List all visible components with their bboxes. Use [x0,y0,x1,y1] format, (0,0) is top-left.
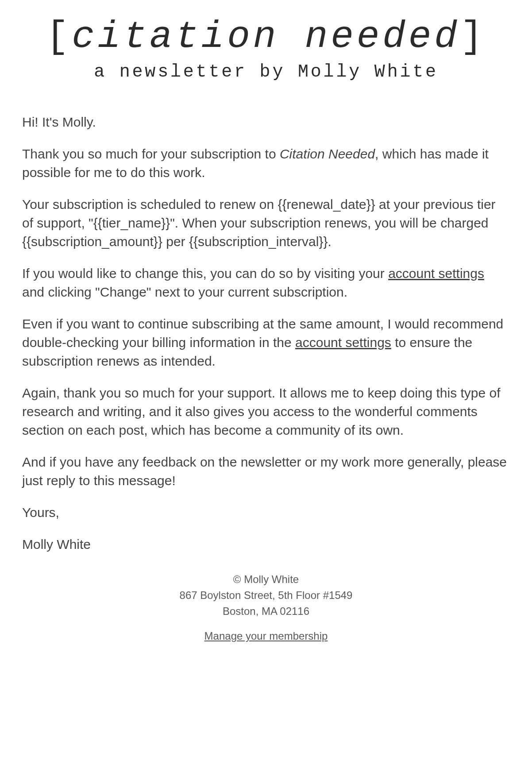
feedback-paragraph: And if you have any feedback on the news… [22,453,510,490]
renewal-info-paragraph: Your subscription is scheduled to renew … [22,195,510,251]
email-footer: © Molly White 867 Boylston Street, 5th F… [22,571,510,644]
newsletter-title-text: citation needed [72,15,460,58]
p3-pre: If you would like to change this, you ca… [22,266,388,281]
thank-you-paragraph: Thank you so much for your subscription … [22,145,510,182]
footer-address-line1: 867 Boylston Street, 5th Floor #1549 [22,587,510,603]
change-subscription-paragraph: If you would like to change this, you ca… [22,264,510,301]
signoff-yours: Yours, [22,503,510,522]
account-settings-link-2[interactable]: account settings [295,335,391,350]
signoff-name: Molly White [22,535,510,554]
thanks-again-paragraph: Again, thank you so much for your suppor… [22,384,510,440]
email-body: Hi! It's Molly. Thank you so much for yo… [22,113,510,554]
footer-address-line2: Boston, MA 02116 [22,603,510,619]
footer-address-block: © Molly White 867 Boylston Street, 5th F… [22,571,510,619]
manage-membership-link[interactable]: Manage your membership [204,630,328,642]
newsletter-subtitle: a newsletter by Molly White [22,62,510,82]
publication-name: Citation Needed [280,147,375,161]
p1-pre: Thank you so much for your subscription … [22,147,280,161]
newsletter-title: [citation needed] [22,18,510,56]
footer-copyright: © Molly White [22,571,510,587]
p3-post: and clicking "Change" next to your curre… [22,285,347,299]
billing-check-paragraph: Even if you want to continue subscribing… [22,315,510,371]
greeting: Hi! It's Molly. [22,113,510,131]
footer-manage-block: Manage your membership [22,628,510,644]
newsletter-header: [citation needed] a newsletter by Molly … [22,18,510,82]
account-settings-link[interactable]: account settings [388,266,484,281]
